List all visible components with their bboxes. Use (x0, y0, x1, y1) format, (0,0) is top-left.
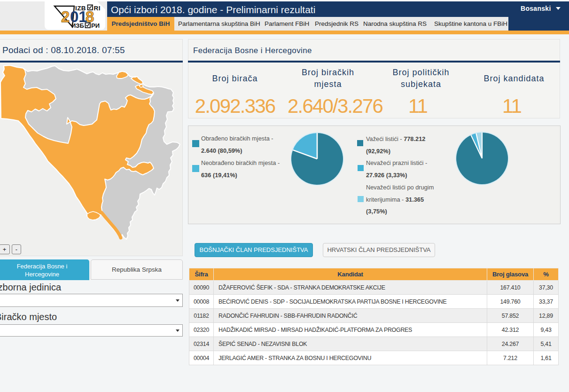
svg-text:РИ: РИ (91, 22, 100, 29)
svg-text:ИЗБ: ИЗБ (71, 22, 84, 29)
svg-text:2: 2 (61, 8, 70, 25)
svg-text:RI: RI (94, 5, 101, 12)
